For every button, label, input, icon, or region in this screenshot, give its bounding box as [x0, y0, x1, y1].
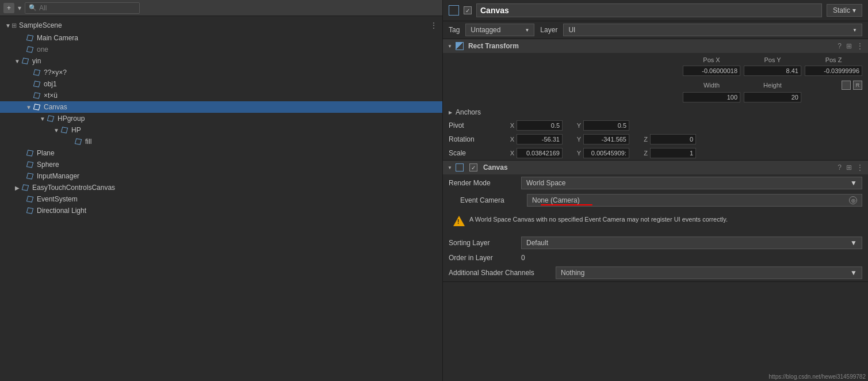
canvas-header-actions: ? ⊞ ⋮: [838, 163, 863, 172]
anchor-grid-icon[interactable]: [842, 81, 851, 90]
rot-z-input[interactable]: [650, 134, 696, 144]
blueprint-icon[interactable]: R: [853, 81, 862, 90]
rt-help-icon[interactable]: ?: [838, 42, 842, 50]
rt-pos-labels: Pos X Pos Y Pos Z: [449, 56, 862, 63]
rt-title: Rect Transform: [468, 42, 519, 50]
additional-shader-row: Additional Shader Channels Nothing ▼: [443, 264, 868, 281]
pivot-x-input[interactable]: [517, 120, 563, 131]
tree-item-directional-light[interactable]: Directional Light: [0, 205, 442, 216]
scale-x-input[interactable]: [517, 148, 563, 158]
hierarchy-panel: + ▾ 🔍 ▼ ⊞ SampleScene ⋮ Main Camera one: [0, 0, 443, 381]
tree-item-main-camera[interactable]: Main Camera: [0, 32, 442, 44]
search-input[interactable]: [39, 4, 136, 12]
scale-x-label: X: [498, 150, 514, 157]
tag-dropdown-arrow: ▼: [525, 28, 529, 33]
tree-item-easytouchcontrolscanvas[interactable]: ▶ EasyTouchControlsCanvas: [0, 182, 442, 193]
event-camera-select-icon[interactable]: ◎: [849, 196, 857, 204]
scale-inputs: X Y Z: [498, 148, 862, 158]
tree-item-obj1[interactable]: obj1: [0, 78, 442, 90]
add-button[interactable]: +: [3, 3, 14, 13]
width-col-label: Width: [683, 82, 740, 89]
label-fill: fill: [85, 138, 91, 146]
sorting-layer-dropdown[interactable]: Default ▼: [521, 237, 862, 249]
render-mode-dropdown[interactable]: World Space ▼: [521, 177, 862, 189]
label-main-camera: Main Camera: [37, 34, 78, 42]
sorting-layer-arrow: ▼: [850, 239, 857, 247]
tree-item-hpgroup[interactable]: ▼ HPgroup: [0, 113, 442, 124]
canvas-title: Canvas: [483, 163, 508, 172]
render-mode-row: Render Mode World Space ▼: [443, 174, 868, 192]
canvas-settings-icon[interactable]: ⊞: [846, 163, 852, 172]
tree-item-plane[interactable]: Plane: [0, 147, 442, 159]
scene-tree: ▼ ⊞ SampleScene ⋮ Main Camera one ▼ yin: [0, 16, 442, 381]
tree-item-sphere[interactable]: Sphere: [0, 159, 442, 170]
static-dropdown-arrow: ▾: [852, 6, 856, 14]
rt-pos-values: [449, 66, 862, 76]
inspector-panel: Static ▾ Tag Untagged ▼ Layer UI ▼ ▼ Rec…: [443, 0, 868, 381]
layer-dropdown[interactable]: UI ▼: [563, 24, 862, 36]
rot-z-label: Z: [632, 136, 648, 143]
pos-x-input[interactable]: [683, 66, 740, 76]
sorting-layer-value: Default: [526, 239, 548, 247]
game-object-name-input[interactable]: [476, 3, 822, 17]
pivot-y-input[interactable]: [583, 120, 629, 131]
scale-y-input[interactable]: [583, 148, 629, 158]
canvas-component-header[interactable]: ▼ Canvas ? ⊞ ⋮: [443, 161, 868, 174]
order-in-layer-label: Order in Layer: [449, 254, 518, 262]
width-input[interactable]: [683, 92, 740, 102]
arrow-canvas: ▼: [25, 104, 32, 111]
render-mode-label: Render Mode: [449, 179, 518, 187]
layer-dropdown-arrow: ▼: [852, 28, 857, 33]
rot-x-input[interactable]: [517, 134, 563, 144]
rot-y-input[interactable]: [583, 134, 629, 144]
anchors-collapse-arrow: ▶: [449, 110, 452, 115]
tree-item-eventsystem[interactable]: EventSystem: [0, 193, 442, 205]
arrow-easytouchcontrolscanvas: ▶: [14, 185, 21, 191]
scale-z-input[interactable]: [650, 148, 696, 158]
canvas-help-icon[interactable]: ?: [838, 163, 842, 172]
canvas-menu-icon[interactable]: ⋮: [856, 163, 863, 172]
tree-item-hp[interactable]: ▼ HP: [0, 124, 442, 136]
rt-settings-icon[interactable]: ⊞: [846, 42, 852, 50]
tree-item-one[interactable]: one: [0, 44, 442, 55]
additional-shader-dropdown[interactable]: Nothing ▼: [556, 266, 862, 279]
tree-item-yyxyx[interactable]: ??×y×?: [0, 67, 442, 78]
static-button[interactable]: Static ▾: [827, 4, 862, 17]
game-object-icon: [449, 5, 459, 16]
tree-item-inputmanager[interactable]: InputManager: [0, 170, 442, 182]
add-dropdown-arrow[interactable]: ▾: [18, 4, 21, 12]
cube-icon-main-camera: [25, 33, 35, 43]
cube-icon-xtxu: [32, 91, 41, 100]
pivot-label: Pivot: [449, 121, 495, 129]
rotation-row: Rotation X Y Z: [443, 132, 868, 146]
tree-item-xtxu[interactable]: ×t×ü: [0, 90, 442, 101]
scene-menu[interactable]: ⋮: [430, 21, 438, 30]
label-sphere: Sphere: [37, 161, 59, 169]
canvas-active-checkbox[interactable]: [469, 163, 477, 172]
active-checkbox[interactable]: [464, 6, 472, 14]
arrow-yin: ▼: [14, 58, 21, 64]
tag-dropdown[interactable]: Untagged ▼: [465, 24, 534, 36]
rot-y-label: Y: [565, 136, 581, 143]
pos-y-input[interactable]: [744, 66, 801, 76]
rt-menu-icon[interactable]: ⋮: [856, 42, 863, 50]
label-xtxu: ×t×ü: [44, 92, 58, 100]
tree-item-yin[interactable]: ▼ yin: [0, 55, 442, 67]
label-one: one: [37, 45, 48, 54]
rect-transform-header[interactable]: ▼ Rect Transform ? ⊞ ⋮: [443, 39, 868, 53]
scene-arrow: ▼: [5, 22, 12, 29]
height-input[interactable]: [744, 92, 801, 102]
tree-item-fill[interactable]: fill: [0, 136, 442, 147]
canvas-component-section: ▼ Canvas ? ⊞ ⋮ Render Mode World Space ▼…: [443, 161, 868, 282]
scale-label: Scale: [449, 149, 495, 157]
cube-icon-fill: [74, 137, 83, 146]
pos-z-input[interactable]: [805, 66, 862, 76]
anchors-row[interactable]: ▶ Anchors: [443, 106, 868, 119]
cube-icon-yyxyx: [32, 68, 41, 77]
scene-root[interactable]: ▼ ⊞ SampleScene ⋮: [0, 18, 442, 32]
label-hp: HP: [71, 126, 81, 134]
cube-icon-directional-light: [25, 206, 35, 215]
tree-item-canvas[interactable]: ▼ Canvas: [0, 101, 442, 113]
static-label: Static: [833, 6, 850, 14]
pivot-row: Pivot X Y: [443, 119, 868, 132]
